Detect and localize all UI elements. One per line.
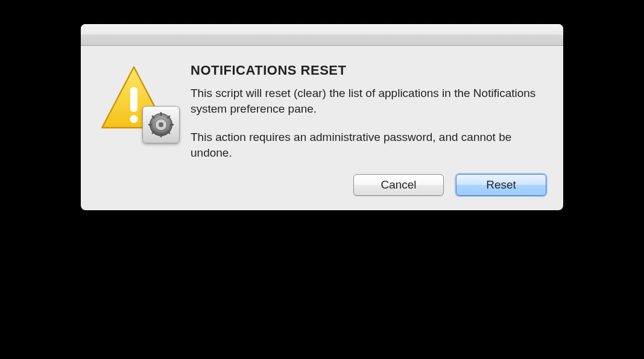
dialog-message-2: This action requires an administrative p… xyxy=(191,130,546,160)
svg-rect-5 xyxy=(148,124,152,126)
svg-point-12 xyxy=(159,122,163,127)
svg-point-1 xyxy=(130,115,137,123)
alert-icon-area xyxy=(98,63,175,140)
system-preferences-icon xyxy=(142,106,180,143)
dialog-body: NOTIFICATIONS RESET This script will res… xyxy=(81,46,563,210)
dialog-title: NOTIFICATIONS RESET xyxy=(191,63,546,78)
svg-rect-3 xyxy=(160,112,162,116)
alert-dialog: NOTIFICATIONS RESET This script will res… xyxy=(81,24,563,210)
dialog-message-1: This script will reset (clear) the list … xyxy=(191,86,546,116)
dialog-button-row: Cancel Reset xyxy=(191,174,546,196)
svg-rect-6 xyxy=(170,124,174,126)
reset-button[interactable]: Reset xyxy=(456,174,546,196)
svg-rect-4 xyxy=(160,134,162,137)
window-titlebar xyxy=(81,24,563,46)
svg-rect-0 xyxy=(130,87,137,112)
cancel-button[interactable]: Cancel xyxy=(353,174,444,196)
dialog-content: NOTIFICATIONS RESET This script will res… xyxy=(191,63,546,196)
